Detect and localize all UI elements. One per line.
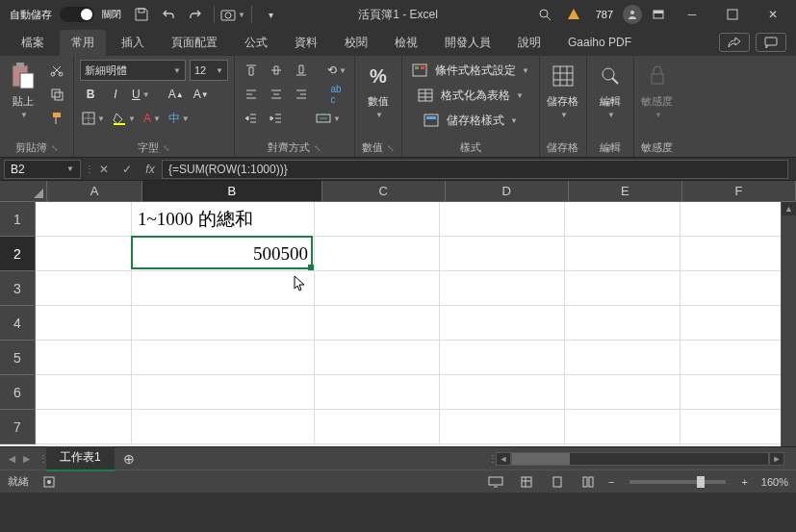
cell-B7[interactable] [132,410,315,444]
cell-D4[interactable] [440,306,565,341]
cell-C6[interactable] [315,375,440,410]
cell-E4[interactable] [565,306,680,341]
row-header-1[interactable]: 1 [0,202,36,237]
page-break-view-icon[interactable] [578,473,599,491]
user-avatar[interactable] [623,5,642,24]
camera-icon[interactable]: ▼ [220,2,245,27]
merge-center-icon[interactable]: ▼ [314,108,343,129]
share-button[interactable] [719,33,750,52]
tab-review[interactable]: 校閱 [333,30,379,56]
align-top-icon[interactable] [241,60,262,81]
zoom-in-button[interactable]: + [741,476,747,488]
tab-developer[interactable]: 開發人員 [433,30,502,56]
cell-A2[interactable] [36,237,132,271]
cell-A6[interactable] [36,375,132,410]
cell-E5[interactable] [565,341,680,375]
increase-font-icon[interactable]: A▲ [166,84,187,105]
enter-entry-icon[interactable]: ✓ [116,160,139,179]
col-header-D[interactable]: D [446,181,569,202]
decrease-font-icon[interactable]: A▼ [191,84,212,105]
cell-C7[interactable] [315,410,440,444]
autosave-toggle[interactable] [60,7,94,22]
align-bottom-icon[interactable] [291,60,312,81]
save-icon[interactable] [129,2,154,27]
decrease-indent-icon[interactable] [241,108,262,129]
tab-layout[interactable]: 頁面配置 [160,30,229,56]
undo-icon[interactable] [156,2,181,27]
cell-C1[interactable] [315,202,440,237]
font-name-combo[interactable]: 新細明體▼ [80,60,186,81]
comments-button[interactable] [756,33,786,52]
grip-icon[interactable]: ⋮ [39,453,46,464]
zoom-out-button[interactable]: − [608,476,614,488]
cell-F3[interactable] [680,271,796,306]
close-button[interactable]: ✕ [754,0,792,29]
tab-insert[interactable]: 插入 [110,30,156,56]
formula-bar[interactable]: {=SUM(ROW(1:1000))} [162,160,788,179]
cell-E1[interactable] [565,202,680,237]
format-painter-icon[interactable] [46,108,67,129]
maximize-button[interactable] [713,0,752,29]
grip-icon[interactable]: ⋮ [85,164,92,174]
align-middle-icon[interactable] [266,60,287,81]
tab-file[interactable]: 檔案 [10,30,56,56]
row-header-2[interactable]: 2 [0,237,36,271]
align-left-icon[interactable] [241,84,262,105]
cell-F2[interactable] [680,237,796,271]
page-layout-view-icon[interactable] [547,473,568,491]
cell-B5[interactable] [132,341,315,375]
cell-B2[interactable]: 500500 [132,237,315,271]
row-header-4[interactable]: 4 [0,306,36,341]
bold-button[interactable]: B [80,84,101,105]
redo-icon[interactable] [183,2,208,27]
qat-overflow-icon[interactable]: ▾ [258,2,283,27]
tab-formulas[interactable]: 公式 [233,30,279,56]
cell-A3[interactable] [36,271,132,306]
search-icon[interactable] [532,2,557,27]
increase-indent-icon[interactable] [266,108,287,129]
cell-A1[interactable] [36,202,132,237]
col-header-E[interactable]: E [569,181,682,202]
cell-F7[interactable] [680,410,796,444]
grip-icon[interactable]: ⋮ [488,453,496,464]
cell-D5[interactable] [440,341,565,375]
cell-B6[interactable] [132,375,315,410]
macro-record-icon[interactable] [39,473,60,491]
cell-F1[interactable] [680,202,796,237]
borders-icon[interactable]: ▼ [80,108,107,129]
cell-D6[interactable] [440,375,565,410]
sheet-nav[interactable]: ◄ ► [0,452,39,466]
cell-B4[interactable] [132,306,315,341]
orientation-icon[interactable]: ⟲▼ [325,60,348,81]
font-size-combo[interactable]: 12▼ [190,60,228,81]
paste-button[interactable]: 貼上▼ [6,60,40,119]
col-header-A[interactable]: A [47,181,141,202]
sensitivity-button[interactable]: 敏感度▼ [640,60,675,119]
editing-button[interactable]: 編輯▼ [593,60,628,119]
cell-E2[interactable] [565,237,680,271]
align-right-icon[interactable] [291,84,312,105]
add-sheet-button[interactable]: ⊕ [115,451,143,467]
format-as-table-button[interactable]: 格式化為表格▼ [408,85,533,106]
cell-C4[interactable] [315,306,440,341]
display-settings-icon[interactable] [485,473,506,491]
tab-view[interactable]: 檢視 [383,30,429,56]
row-header-6[interactable]: 6 [0,375,36,410]
warning-icon[interactable] [561,2,586,27]
phonetic-icon[interactable]: 中▼ [167,108,192,129]
tab-data[interactable]: 資料 [283,30,329,56]
cut-icon[interactable] [46,60,67,81]
cell-E6[interactable] [565,375,680,410]
zoom-slider[interactable] [629,480,726,484]
col-header-B[interactable]: B [142,181,322,202]
wrap-text-icon[interactable]: abc [325,84,347,105]
cell-F5[interactable] [680,341,796,375]
cancel-entry-icon[interactable]: ✕ [92,160,116,179]
insert-function-icon[interactable]: fx [139,160,162,179]
cells-area[interactable]: 1~1000 的總和500500 [36,202,796,446]
conditional-formatting-button[interactable]: 條件式格式設定▼ [408,60,533,81]
cell-E3[interactable] [565,271,680,306]
select-all-corner[interactable] [0,181,47,202]
tab-home[interactable]: 常用 [60,30,106,56]
vertical-scrollbar[interactable]: ▲ [781,202,796,446]
